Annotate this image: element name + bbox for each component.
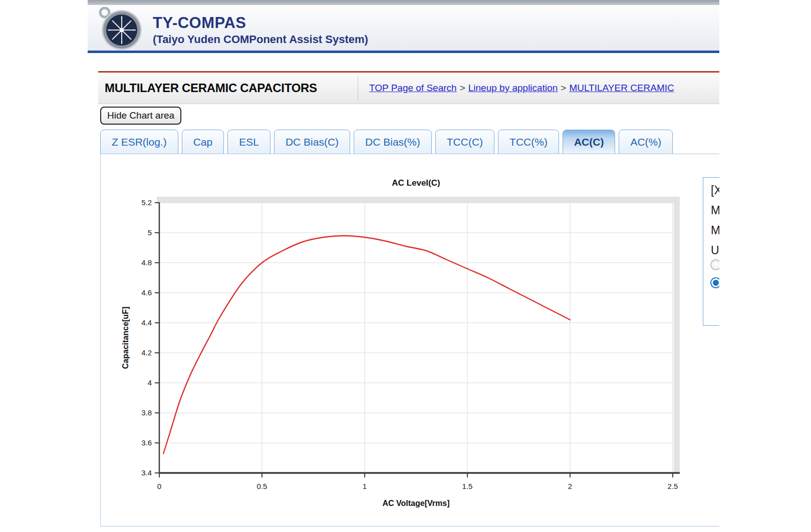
- page-title: MULTILAYER CERAMIC CAPACITORS: [105, 73, 317, 104]
- tab-z-esr-log[interactable]: Z ESR(log.): [100, 130, 178, 154]
- x-tick-label: 2: [568, 482, 572, 490]
- y-tick-label: 3.6: [141, 438, 152, 447]
- x-tick-label: 1.5: [462, 482, 473, 490]
- hide-chart-area-button[interactable]: Hide Chart area: [100, 107, 181, 125]
- page-content: TY-COMPAS (Taiyo Yuden COMPonent Assist …: [88, 0, 719, 532]
- compass-logo-icon: [96, 6, 147, 50]
- ac-level-chart: AC Level(C)3.43.63.844.24.44.64.855.200.…: [100, 154, 719, 526]
- tab-esl[interactable]: ESL: [227, 130, 271, 154]
- x-tick-label: 0.5: [257, 482, 267, 490]
- x-axis-title: AC Voltage[Vrms]: [383, 499, 450, 507]
- y-tick-label: 4.8: [141, 258, 152, 267]
- y-tick-label: 5.2: [141, 198, 152, 207]
- titlebar-divider: [358, 76, 358, 100]
- chart-options-panel: [XMMU: [703, 177, 719, 326]
- chart-tabs: Z ESR(log.)CapESLDC Bias(C)DC Bias(%)TCC…: [100, 130, 673, 154]
- series-ac-level-c: [163, 236, 570, 453]
- y-tick-label: 4.6: [141, 288, 152, 297]
- breadcrumb-link-lineup-by-application[interactable]: Lineup by application: [468, 83, 558, 93]
- tab-cap[interactable]: Cap: [182, 130, 224, 154]
- tab-ac[interactable]: AC(%): [619, 130, 673, 154]
- app-header: TY-COMPAS (Taiyo Yuden COMPonent Assist …: [88, 5, 719, 53]
- section-titlebar: MULTILAYER CERAMIC CAPACITORS TOP Page o…: [98, 73, 719, 104]
- y-tick-label: 4: [148, 378, 152, 387]
- x-tick-label: 2.5: [668, 482, 678, 490]
- breadcrumb-separator: >: [457, 83, 468, 93]
- x-tick-label: 1: [363, 482, 367, 490]
- breadcrumb: TOP Page of Search>Lineup by application…: [369, 73, 674, 104]
- app-title: TY-COMPAS: [153, 14, 246, 32]
- tab-tcc[interactable]: TCC(%): [498, 130, 559, 154]
- breadcrumb-link-multilayer-ceramic[interactable]: MULTILAYER CERAMIC: [569, 83, 674, 93]
- app-subtitle: (Taiyo Yuden COMPonent Assist System): [153, 33, 368, 46]
- panel-text-fragment: [X: [711, 184, 719, 197]
- plot-bevel-right: [674, 197, 680, 473]
- y-tick-label: 3.8: [141, 408, 152, 417]
- y-tick-label: 4.4: [141, 318, 152, 327]
- tab-dc-bias[interactable]: DC Bias(%): [354, 130, 432, 154]
- chart-title: AC Level(C): [392, 178, 440, 188]
- panel-text-fragment: U: [711, 244, 719, 257]
- panel-radio-unselected[interactable]: [710, 259, 719, 270]
- panel-text-fragment: M: [711, 204, 719, 217]
- y-tick-label: 4.2: [141, 348, 152, 357]
- panel-text-fragment: M: [711, 224, 719, 237]
- breadcrumb-link-top-page-of-search[interactable]: TOP Page of Search: [369, 83, 457, 93]
- x-tick-label: 0: [157, 482, 161, 490]
- chart-area: AC Level(C)3.43.63.844.24.44.64.855.200.…: [100, 154, 719, 526]
- plot-bevel-top: [157, 197, 680, 203]
- panel-radio-selected[interactable]: [710, 277, 719, 288]
- tab-tcc-c[interactable]: TCC(C): [435, 130, 494, 154]
- y-tick-label: 3.4: [141, 468, 152, 477]
- breadcrumb-separator: >: [558, 83, 569, 93]
- tab-dc-bias-c[interactable]: DC Bias(C): [274, 130, 350, 154]
- y-axis-title: Capacitance[uF]: [121, 307, 130, 369]
- header-top-edge: [88, 0, 719, 5]
- tab-ac-c[interactable]: AC(C): [563, 130, 615, 154]
- y-tick-label: 5: [148, 228, 152, 237]
